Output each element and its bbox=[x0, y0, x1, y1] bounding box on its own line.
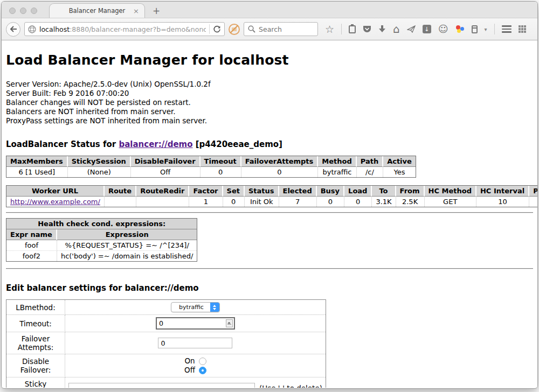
minimize-window-button[interactable] bbox=[20, 8, 26, 14]
server-built-line: Server Built: Feb 9 2016 07:00:20 bbox=[6, 89, 533, 98]
page-title: Load Balancer Manager for localhost bbox=[6, 52, 533, 68]
sticky-session-label: Sticky Session: bbox=[6, 377, 65, 388]
apps-grid-icon[interactable] bbox=[519, 25, 526, 33]
browser-window: Balancer Manager × + localhost:8880/bala… bbox=[1, 1, 538, 389]
lbmethod-row: LBmethod: bytraffic bbox=[6, 300, 326, 315]
section-divider bbox=[6, 268, 533, 269]
toolbar-divider bbox=[494, 24, 495, 34]
search-bar[interactable] bbox=[244, 22, 318, 36]
back-arrow-icon bbox=[10, 26, 17, 32]
sticky-session-note: (Use '-' to delete) bbox=[259, 384, 322, 388]
section-divider bbox=[6, 212, 533, 213]
timeout-input-wrap bbox=[156, 317, 235, 330]
close-window-button[interactable] bbox=[9, 8, 16, 14]
tab-bar: Balancer Manager × + bbox=[2, 2, 537, 18]
globe-icon bbox=[28, 25, 36, 33]
tab-title: Balancer Manager bbox=[69, 7, 126, 15]
toolbar-icons: ☆ ⌂ ↓ ☺ ▾ bbox=[325, 24, 526, 34]
chevron-down-icon[interactable]: ▾ bbox=[485, 26, 487, 32]
bookmarks-menu-icon[interactable] bbox=[349, 25, 356, 33]
save-to-device-icon[interactable]: ↓ bbox=[423, 25, 431, 33]
url-bar[interactable]: localhost:8880/balancer-manager?b=demo&n… bbox=[24, 22, 225, 36]
tab-balancer-manager[interactable]: Balancer Manager × bbox=[49, 3, 145, 18]
url-input[interactable]: localhost:8880/balancer-manager?b=demo&n… bbox=[39, 25, 206, 33]
server-version-line: Server Version: Apache/2.5.0-dev (Unix) … bbox=[6, 80, 533, 89]
navigation-toolbar: localhost:8880/balancer-manager?b=demo&n… bbox=[2, 18, 537, 40]
home-icon[interactable]: ⌂ bbox=[393, 24, 400, 34]
disable-failover-row: Disable Failover: On Off bbox=[6, 354, 326, 377]
proxypass-note-line: ProxyPass settings are NOT inherited fro… bbox=[6, 116, 533, 125]
lbmethod-label: LBmethod: bbox=[6, 300, 65, 315]
window-controls[interactable] bbox=[9, 8, 37, 14]
table-header-row: Worker URL Route RouteRedir Factor Set S… bbox=[6, 186, 537, 197]
send-icon[interactable] bbox=[407, 25, 416, 33]
extension-dots-icon[interactable] bbox=[455, 25, 465, 33]
search-input[interactable] bbox=[259, 25, 307, 33]
back-button[interactable] bbox=[6, 22, 20, 37]
zoom-window-button[interactable] bbox=[31, 8, 37, 14]
inherit-note-line: Balancers are NOT inherited from main se… bbox=[6, 107, 533, 116]
sticky-session-input[interactable] bbox=[68, 383, 255, 388]
disable-failover-label: Disable Failover: bbox=[6, 354, 65, 377]
table-row: foof %{REQUEST_STATUS} =~ /^[234]/ bbox=[6, 240, 197, 251]
persist-note-line: Balancer changes will NOT be persisted o… bbox=[6, 98, 533, 107]
feedback-smiley-icon[interactable]: ☺ bbox=[438, 24, 448, 34]
on-label: On bbox=[184, 356, 195, 366]
select-stepper-icon bbox=[210, 302, 219, 312]
failover-attempts-row: Failover Attempts: bbox=[6, 332, 326, 354]
search-icon bbox=[248, 25, 255, 33]
failover-attempts-input[interactable] bbox=[158, 338, 232, 348]
table-row: foof2 hc('body') =~ /domain is establish… bbox=[6, 251, 197, 261]
failover-off-radio[interactable] bbox=[199, 367, 206, 374]
loadbalancer-status-heading: LoadBalancer Status for balancer://demo … bbox=[6, 139, 533, 149]
new-tab-button[interactable]: + bbox=[153, 5, 160, 16]
worker-url-link[interactable]: http://www.example.com/ bbox=[10, 198, 100, 206]
table-row: 6 [1 Used] (None) Off 0 0 bytraffic /c/ … bbox=[6, 167, 416, 177]
toolbar-divider bbox=[341, 24, 342, 34]
edit-settings-heading: Edit balancer settings for balancer://de… bbox=[6, 283, 533, 293]
timeout-row: Timeout: bbox=[6, 315, 326, 332]
worker-table: Worker URL Route RouteRedir Factor Set S… bbox=[6, 185, 537, 207]
table-title-row: Health check cond. expressions: bbox=[6, 219, 197, 229]
off-label: Off bbox=[184, 366, 195, 375]
health-check-table: Health check cond. expressions: Expr nam… bbox=[6, 218, 197, 262]
server-info: Server Version: Apache/2.5.0-dev (Unix) … bbox=[6, 80, 533, 125]
url-divider bbox=[209, 24, 210, 34]
balancer-settings-form: LBmethod: bytraffic Timeout: bbox=[6, 299, 326, 388]
menu-icon[interactable] bbox=[502, 25, 512, 33]
worker-row: http://www.example.com/ 1 0 Init Ok 7 0 … bbox=[6, 197, 537, 207]
lbmethod-select[interactable]: bytraffic bbox=[171, 302, 220, 312]
table-header-row: Expr name Expression bbox=[6, 229, 197, 240]
balancer-status-table: MaxMembers StickySession DisableFailover… bbox=[6, 156, 416, 178]
pocket-icon[interactable] bbox=[363, 25, 371, 33]
table-header-row: MaxMembers StickySession DisableFailover… bbox=[6, 156, 416, 167]
downloads-icon[interactable] bbox=[378, 25, 386, 33]
balancer-demo-link[interactable]: balancer://demo bbox=[119, 139, 192, 149]
page-content: Load Balancer Manager for localhost Serv… bbox=[2, 40, 537, 388]
sticky-session-row: Sticky Session: (Use '-' to delete) bbox=[6, 377, 326, 388]
reload-icon[interactable] bbox=[213, 25, 221, 33]
tab-close-icon[interactable]: × bbox=[133, 7, 139, 15]
blocked-content-icon[interactable] bbox=[229, 24, 240, 35]
container-icon[interactable] bbox=[472, 25, 478, 33]
timeout-input[interactable] bbox=[157, 319, 226, 328]
bookmark-star-icon[interactable]: ☆ bbox=[325, 24, 334, 34]
timeout-label: Timeout: bbox=[6, 315, 65, 332]
failover-attempts-label: Failover Attempts: bbox=[6, 332, 65, 354]
number-spinner-icon[interactable] bbox=[226, 319, 233, 327]
failover-on-radio[interactable] bbox=[199, 358, 206, 365]
